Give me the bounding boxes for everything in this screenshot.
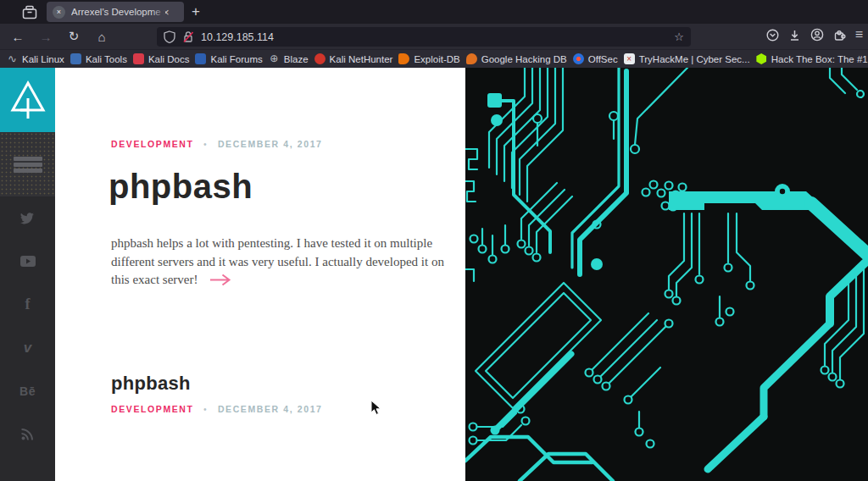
tab-bar: × Arrexel's Development Si × + bbox=[0, 0, 868, 24]
kali-nethunter-icon bbox=[314, 53, 326, 64]
downloads-icon[interactable] bbox=[788, 29, 801, 41]
bookmark-google-hacking-db[interactable]: Google Hacking DB bbox=[466, 53, 567, 64]
tracking-shield-icon[interactable] bbox=[164, 30, 175, 43]
back-button[interactable]: ← bbox=[7, 30, 29, 44]
bookmark-blaze[interactable]: ⊕ Blaze bbox=[269, 53, 309, 64]
tab-title-fade bbox=[152, 3, 165, 20]
new-tab-button[interactable]: + bbox=[192, 2, 200, 22]
url-text[interactable]: 10.129.185.114 bbox=[201, 31, 674, 43]
rss-link[interactable] bbox=[0, 412, 55, 456]
site-favicon-icon: × bbox=[53, 6, 65, 19]
home-button[interactable]: ⌂ bbox=[91, 30, 113, 44]
bookmarks-bar: ∿ Kali Linux Kali Tools Kali Docs Kali F… bbox=[0, 49, 868, 68]
circuit-board-graphic bbox=[465, 68, 868, 481]
post-excerpt: phpbash helps a lot with pentesting. I h… bbox=[111, 235, 425, 290]
app-menu-icon[interactable]: ≡ bbox=[855, 27, 863, 42]
twitter-icon bbox=[20, 213, 35, 224]
arrexel-logo-icon bbox=[8, 78, 47, 122]
read-more-arrow-icon[interactable] bbox=[209, 274, 231, 286]
account-icon[interactable] bbox=[810, 28, 824, 41]
facebook-link[interactable]: f bbox=[0, 283, 55, 326]
extensions-icon[interactable] bbox=[833, 29, 846, 41]
google-hacking-db-icon bbox=[466, 53, 477, 64]
blog-content: DEVELOPMENT • DECEMBER 4, 2017 phpbash p… bbox=[55, 68, 465, 481]
kali-tools-icon bbox=[70, 53, 81, 64]
bookmark-tryhackme[interactable]: × TryHackMe | Cyber Sec... bbox=[624, 53, 750, 64]
post-date: DECEMBER 4, 2017 bbox=[218, 139, 323, 149]
post-category-link[interactable]: DEVELOPMENT bbox=[111, 139, 194, 149]
sidebar-menu-button[interactable] bbox=[0, 132, 55, 196]
meta-separator: • bbox=[203, 139, 208, 149]
post-title-link[interactable]: phpbash bbox=[111, 373, 191, 395]
bookmark-kali-docs[interactable]: Kali Docs bbox=[133, 53, 190, 64]
firefox-view-icon[interactable] bbox=[22, 5, 37, 19]
insecure-lock-icon[interactable] bbox=[182, 30, 194, 43]
kali-forums-icon bbox=[195, 53, 206, 64]
site-logo[interactable] bbox=[0, 68, 55, 132]
twitter-link[interactable] bbox=[0, 196, 55, 240]
youtube-link[interactable] bbox=[0, 240, 55, 283]
post-meta: DEVELOPMENT • DECEMBER 4, 2017 bbox=[111, 139, 323, 149]
post-meta: DEVELOPMENT • DECEMBER 4, 2017 bbox=[111, 404, 323, 414]
vimeo-icon: v bbox=[24, 340, 31, 357]
reload-button[interactable]: ↻ bbox=[63, 29, 85, 44]
bookmark-kali-tools[interactable]: Kali Tools bbox=[70, 53, 127, 64]
post-date: DECEMBER 4, 2017 bbox=[218, 404, 323, 414]
behance-icon: Bē bbox=[19, 384, 36, 398]
site-sidebar: f v Bē bbox=[0, 68, 55, 481]
mouse-cursor bbox=[370, 400, 381, 417]
tryhackme-icon: × bbox=[624, 53, 635, 64]
forward-button[interactable]: → bbox=[35, 30, 57, 44]
bookmark-hack-the-box[interactable]: Hack The Box: The #1 ... bbox=[756, 53, 868, 64]
rss-icon bbox=[21, 428, 34, 440]
facebook-icon: f bbox=[25, 296, 31, 313]
bookmark-kali-nethunter[interactable]: Kali NetHunter bbox=[314, 53, 393, 64]
bookmark-kali-forums[interactable]: Kali Forums bbox=[195, 53, 262, 64]
bookmark-offsec[interactable]: OffSec bbox=[573, 53, 618, 64]
youtube-icon bbox=[20, 256, 36, 267]
hamburger-icon bbox=[14, 155, 42, 174]
behance-link[interactable]: Bē bbox=[0, 369, 55, 412]
post-category-link[interactable]: DEVELOPMENT bbox=[111, 404, 194, 414]
circuit-board-image bbox=[465, 68, 868, 481]
post-title-link[interactable]: phpbash bbox=[108, 168, 253, 206]
globe-icon: ⊕ bbox=[269, 53, 280, 64]
pocket-icon[interactable] bbox=[766, 29, 779, 41]
offsec-icon bbox=[573, 53, 584, 64]
url-bar[interactable]: 10.129.185.114 ☆ bbox=[157, 27, 691, 47]
kali-linux-icon: ∿ bbox=[7, 53, 18, 64]
tab-title: Arrexel's Development Si bbox=[71, 7, 161, 17]
exploit-db-icon bbox=[398, 53, 409, 64]
vimeo-link[interactable]: v bbox=[0, 326, 55, 369]
bookmark-kali-linux[interactable]: ∿ Kali Linux bbox=[7, 53, 64, 64]
meta-separator: • bbox=[203, 404, 208, 414]
bookmark-star-icon[interactable]: ☆ bbox=[674, 30, 684, 43]
browser-tab[interactable]: × Arrexel's Development Si × bbox=[47, 2, 184, 22]
hack-the-box-icon bbox=[756, 53, 767, 64]
bookmark-exploit-db[interactable]: Exploit-DB bbox=[398, 53, 459, 64]
kali-docs-icon bbox=[133, 53, 144, 64]
browser-window: × Arrexel's Development Si × + ← → ↻ ⌂ 1… bbox=[0, 0, 868, 481]
